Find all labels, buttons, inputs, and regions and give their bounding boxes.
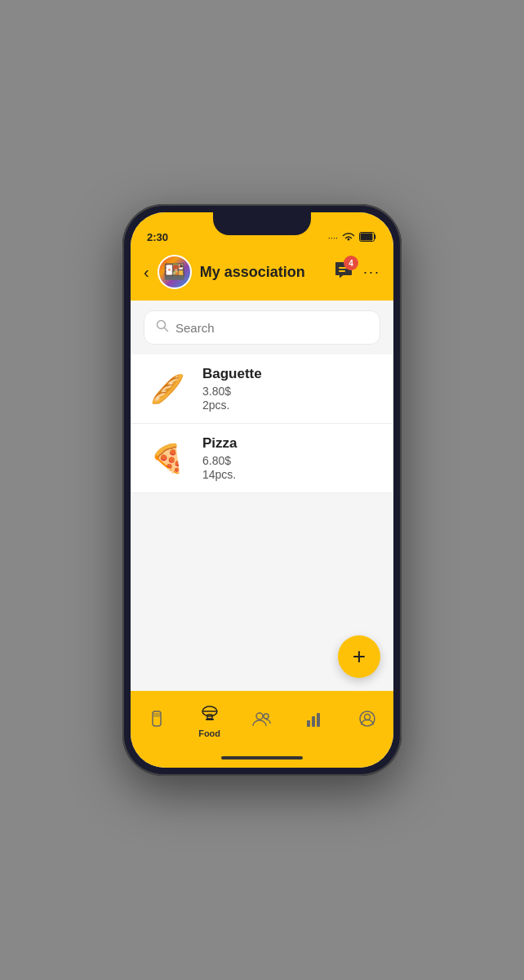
svg-line-5	[165, 328, 168, 332]
more-button[interactable]: ···	[363, 264, 380, 281]
nav-item-drinks[interactable]	[131, 710, 183, 733]
search-input[interactable]	[175, 321, 368, 335]
battery-icon	[359, 232, 377, 243]
food-label: Food	[198, 728, 220, 738]
svg-point-16	[360, 711, 375, 726]
signal-icon: ····	[328, 233, 338, 243]
nav-item-stats[interactable]	[288, 710, 340, 732]
item-image-baguette: 🥖	[144, 369, 191, 408]
item-info-pizza: Pizza 6.80$ 14pcs.	[202, 435, 380, 481]
item-list: 🥖 Baguette 3.80$ 2pcs. 🍕 Pizza 6.80$ 14p…	[131, 354, 393, 493]
phone-notch	[213, 212, 311, 235]
chat-button[interactable]: 4	[334, 261, 353, 283]
wifi-icon	[342, 232, 355, 243]
svg-rect-7	[153, 713, 160, 717]
svg-point-17	[364, 715, 370, 720]
bottom-navigation: Food	[131, 691, 393, 748]
svg-rect-13	[307, 720, 310, 727]
header: ‹ 🍱 My association 4 ···	[131, 248, 393, 301]
status-time: 2:30	[147, 231, 168, 243]
search-box	[144, 310, 380, 345]
svg-rect-1	[361, 234, 373, 241]
nav-item-food[interactable]: Food	[183, 705, 235, 738]
notification-badge: 4	[344, 256, 358, 270]
svg-point-11	[256, 713, 263, 719]
avatar: 🍱	[158, 255, 192, 289]
item-price-baguette: 3.80$	[202, 385, 380, 398]
drinks-icon	[149, 710, 165, 733]
status-icons: ····	[328, 232, 377, 243]
add-button[interactable]: +	[338, 635, 380, 678]
avatar-icon: 🍱	[163, 261, 185, 283]
nav-item-people[interactable]	[236, 710, 288, 732]
svg-rect-3	[339, 270, 345, 272]
svg-rect-10	[206, 719, 214, 720]
phone-screen: 2:30 ····	[131, 212, 393, 768]
account-icon	[358, 710, 376, 733]
home-indicator	[131, 748, 393, 768]
item-info-baguette: Baguette 3.80$ 2pcs.	[202, 366, 380, 412]
item-name-pizza: Pizza	[202, 435, 380, 452]
item-quantity-pizza: 14pcs.	[202, 468, 380, 481]
page-title: My association	[200, 264, 326, 281]
search-container	[131, 301, 393, 354]
item-quantity-baguette: 2pcs.	[202, 399, 380, 412]
item-price-pizza: 6.80$	[202, 454, 380, 467]
header-actions: 4 ···	[334, 261, 380, 283]
home-bar	[221, 756, 303, 760]
list-item[interactable]: 🍕 Pizza 6.80$ 14pcs.	[131, 424, 393, 493]
content-area: 🥖 Baguette 3.80$ 2pcs. 🍕 Pizza 6.80$ 14p…	[131, 354, 393, 691]
list-item[interactable]: 🥖 Baguette 3.80$ 2pcs.	[131, 354, 393, 424]
svg-point-12	[264, 714, 269, 719]
svg-rect-15	[317, 713, 320, 727]
food-icon	[201, 705, 219, 726]
phone-device: 2:30 ····	[122, 204, 402, 776]
svg-rect-14	[312, 716, 315, 727]
item-image-pizza: 🍕	[144, 439, 191, 478]
people-icon	[252, 710, 272, 732]
item-name-baguette: Baguette	[202, 366, 380, 382]
search-icon	[156, 319, 169, 336]
stats-icon	[306, 710, 322, 732]
back-button[interactable]: ‹	[144, 263, 149, 282]
nav-item-account[interactable]	[341, 710, 393, 733]
